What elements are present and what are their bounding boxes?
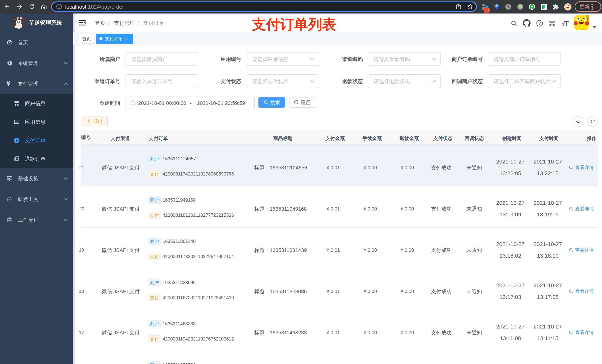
svg-text:⌘: ⌘: [506, 5, 510, 9]
svg-text:y: y: [531, 5, 533, 9]
svg-text:¥: ¥: [16, 138, 18, 142]
